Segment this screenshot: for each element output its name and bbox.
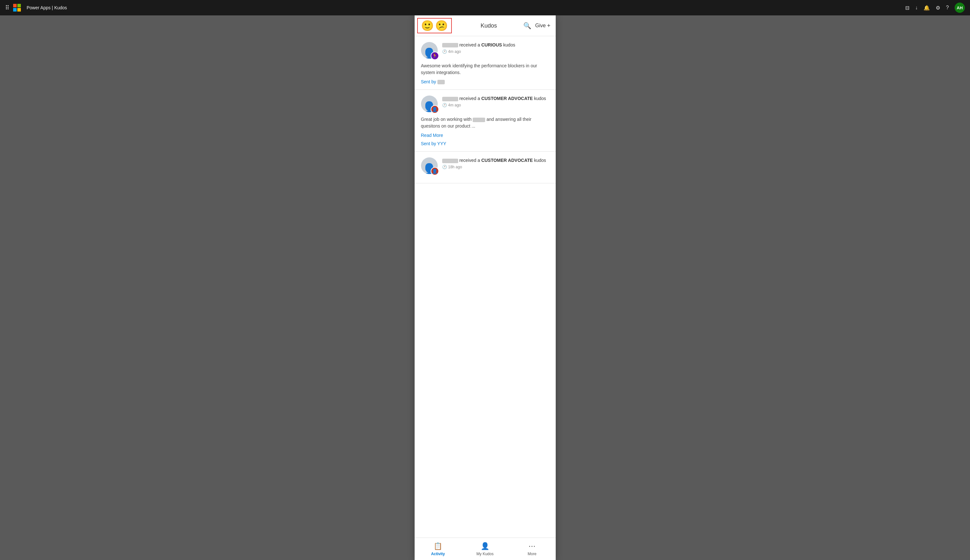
avatar-wrap: 👤 👤 (421, 157, 438, 174)
kudos-card: 👤 🏃 received a CURIOUS kudos 🕐 (415, 36, 556, 90)
card-header: 👤 👤 received a CUSTOMER ADVOCATE kudos (421, 157, 549, 174)
give-button[interactable]: Give + (535, 22, 550, 29)
my-kudos-label: My Kudos (476, 552, 494, 556)
microsoft-logo (13, 4, 21, 12)
kudos-suffix: kudos (503, 42, 515, 47)
received-text: received a (459, 158, 481, 163)
help-icon[interactable]: ? (946, 5, 949, 11)
card-body: Great job on working with and answering … (421, 116, 549, 130)
bell-icon[interactable]: 🔔 (923, 5, 930, 11)
read-more-link[interactable]: Read More (421, 133, 549, 138)
emoji-tab-selection[interactable]: 🙂 😕 (417, 18, 452, 33)
search-icon[interactable]: 🔍 (523, 22, 531, 30)
kudos-badge: 🏃 (431, 52, 439, 60)
bottom-navigation: 📋 Activity 👤 My Kudos ⋯ More (415, 538, 556, 560)
card-meta: received a CUSTOMER ADVOCATE kudos 🕐 18h… (442, 157, 549, 169)
happy-face-icon[interactable]: 🙂 (421, 20, 434, 31)
sent-by-label: Sent by (421, 79, 437, 84)
name-blurred (472, 118, 485, 122)
clock-icon: 🕐 (442, 49, 447, 54)
time-text: 4m ago (448, 49, 461, 54)
kudos-suffix: kudos (534, 158, 546, 163)
clock-icon: 🕐 (442, 165, 447, 169)
chat-icon[interactable]: ⊟ (905, 5, 909, 11)
more-icon: ⋯ (528, 542, 536, 550)
badge-icon: 👤 (432, 107, 437, 112)
avatar-wrap: 👤 🏃 (421, 42, 438, 59)
recipient-name-blurred (442, 97, 458, 101)
user-avatar[interactable]: AH (955, 3, 965, 13)
card-meta: received a CURIOUS kudos 🕐 4m ago (442, 42, 549, 54)
card-title: received a CUSTOMER ADVOCATE kudos (442, 95, 549, 102)
card-header: 👤 🏃 received a CURIOUS kudos 🕐 (421, 42, 549, 59)
recipient-name-blurred (442, 159, 458, 163)
app-title: Power Apps | Kudos (27, 5, 67, 10)
clock-icon: 🕐 (442, 103, 447, 107)
card-title: received a CUSTOMER ADVOCATE kudos (442, 157, 549, 164)
bottom-nav-more[interactable]: ⋯ More (509, 538, 556, 560)
card-meta: received a CUSTOMER ADVOCATE kudos 🕐 4m … (442, 95, 549, 107)
activity-label: Activity (431, 552, 445, 556)
card-time: 🕐 4m ago (442, 103, 549, 107)
kudos-card: 👤 👤 received a CUSTOMER ADVOCATE kudos (415, 90, 556, 152)
kudos-type: CUSTOMER ADVOCATE (481, 96, 533, 101)
sent-by[interactable]: Sent by (421, 79, 549, 84)
kudos-feed: 👤 🏃 received a CURIOUS kudos 🕐 (415, 36, 556, 538)
kudos-type: CURIOUS (481, 42, 502, 47)
kudos-badge: 👤 (431, 105, 439, 113)
avatar-wrap: 👤 👤 (421, 95, 438, 112)
recipient-name-blurred (442, 43, 458, 47)
sent-by-label: Sent by YYY (421, 141, 446, 146)
bottom-nav-activity[interactable]: 📋 Activity (415, 538, 462, 560)
sent-by[interactable]: Sent by YYY (421, 141, 549, 146)
badge-icon: 🏃 (432, 53, 437, 58)
badge-icon: 👤 (432, 168, 437, 174)
my-kudos-icon: 👤 (481, 542, 489, 550)
plus-icon: + (547, 22, 551, 29)
app-header: 🙂 😕 Kudos 🔍 Give + (415, 15, 556, 36)
card-time: 🕐 4m ago (442, 49, 549, 54)
kudos-type: CUSTOMER ADVOCATE (481, 158, 533, 163)
time-text: 4m ago (448, 103, 461, 107)
activity-icon: 📋 (434, 542, 442, 550)
kudos-card: 👤 👤 received a CUSTOMER ADVOCATE kudos (415, 152, 556, 183)
received-text: received a (459, 42, 481, 47)
top-navigation: ⠿ Power Apps | Kudos ⊟ ↓ 🔔 ⚙ ? AH (0, 0, 970, 15)
sad-face-icon[interactable]: 😕 (435, 20, 448, 31)
give-label: Give (535, 23, 546, 28)
nav-icons-group: ⊟ ↓ 🔔 ⚙ ? AH (905, 3, 965, 13)
card-header: 👤 👤 received a CUSTOMER ADVOCATE kudos (421, 95, 549, 112)
settings-icon[interactable]: ⚙ (936, 5, 940, 11)
kudos-badge: 👤 (431, 167, 439, 175)
waffle-icon[interactable]: ⠿ (5, 4, 9, 11)
app-panel: 🙂 😕 Kudos 🔍 Give + 👤 🏃 (415, 15, 556, 560)
download-icon[interactable]: ↓ (915, 5, 918, 11)
panel-title: Kudos (454, 22, 524, 29)
card-title: received a CURIOUS kudos (442, 42, 549, 48)
kudos-suffix: kudos (534, 96, 546, 101)
card-body: Awesome work identifying the performance… (421, 63, 549, 76)
time-text: 18h ago (448, 165, 462, 169)
received-text: received a (459, 96, 481, 101)
more-label: More (528, 552, 536, 556)
sender-name-blurred (437, 80, 445, 84)
bottom-nav-my-kudos[interactable]: 👤 My Kudos (461, 538, 509, 560)
card-time: 🕐 18h ago (442, 165, 549, 169)
